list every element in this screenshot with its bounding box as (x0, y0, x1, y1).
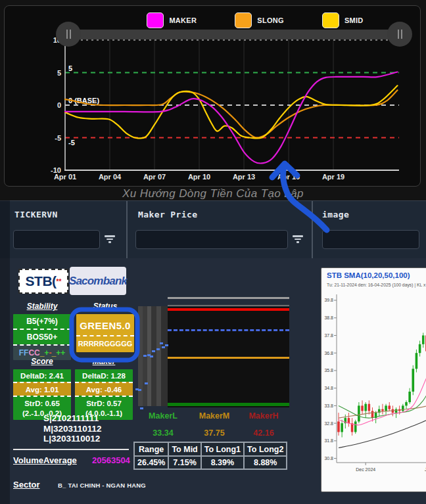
flow-chart-section: 1050-5-101050 (BASE)-5Apr 01Apr 04Apr 07… (0, 0, 426, 200)
price-dots (135, 294, 289, 411)
svg-text:Apr 07: Apr 07 (143, 173, 166, 181)
stability-group: Stability B5(+7%) BOS50+ FFCC_+-_++ (13, 302, 71, 360)
ticker-symbol-box[interactable]: STB(** (18, 269, 68, 294)
brand-name: Sacombank (69, 275, 127, 288)
status-title: Status (76, 302, 134, 311)
slider-handle-left[interactable] (56, 22, 81, 47)
svg-text:0: 0 (57, 101, 61, 109)
maker-deltad: DeltaD: 1.28 (75, 369, 133, 382)
stat-header: To Mid (168, 442, 201, 456)
column-header-maker-price[interactable]: Maker Price (138, 210, 198, 219)
svg-text:38.8: 38.8 (324, 315, 333, 320)
candlestick-title: STB SMA(10,20,50,100) (327, 271, 410, 279)
sml-codes: S|2102111111 M|3203110112 L|3203110012 (43, 413, 102, 444)
svg-text:Apr 10: Apr 10 (188, 173, 210, 181)
dashboard-page: 1050-5-101050 (BASE)-5Apr 01Apr 04Apr 07… (0, 0, 426, 504)
maker-strd: StrD: 0.57 (75, 396, 133, 409)
stability-badge: B5(+7%) (13, 314, 71, 329)
maker-title: Maker (75, 357, 133, 366)
status-grade-badge: GREEN5.0 (76, 314, 134, 335)
stat-header: To Long1 (201, 442, 244, 456)
divider (13, 449, 129, 450)
score-group: Score DeltaD: 2.41 Avg: 1.01 StrD: 0.65 … (13, 357, 71, 420)
svg-text:31.8: 31.8 (324, 438, 333, 443)
status-group: Status GREEN5.0 RRRRRGGGGG (76, 302, 134, 352)
maker-levels-chart (135, 294, 289, 411)
stability-badge: BOS50+ (13, 329, 71, 344)
filter-input-maker-price[interactable] (135, 230, 288, 249)
makerl-label: MakerL (135, 411, 191, 421)
svg-text:5: 5 (57, 69, 61, 77)
svg-text:32.8: 32.8 (324, 421, 333, 426)
score-title: Score (13, 357, 71, 366)
filter-funnel-icon[interactable] (292, 235, 304, 244)
svg-text:Apr 16: Apr 16 (277, 173, 300, 181)
svg-text:34.8: 34.8 (324, 386, 333, 390)
ticker-symbol-flag: ** (57, 278, 62, 285)
svg-text:-5: -5 (55, 134, 61, 142)
column-header-tickervn[interactable]: TICKERVN (14, 210, 58, 219)
flow-chart-caption: Xu Hướng Dòng Tiền Của Tạo Lập (0, 187, 426, 200)
stat-value: 26.45% (134, 456, 168, 469)
maker-group: Maker DeltaD: 1.28 Avg: -0.46 StrD: 0.57… (75, 357, 133, 420)
filter-input-tickervn[interactable] (13, 230, 100, 249)
score-avg: Avg: 1.01 (13, 382, 71, 396)
svg-text:39.8: 39.8 (324, 298, 333, 302)
stat-header: Range (134, 442, 168, 456)
slider-track[interactable] (64, 30, 404, 39)
svg-text:37.8: 37.8 (324, 333, 333, 338)
makerl-value: 33.34 (135, 428, 191, 438)
svg-text:Dec 2024: Dec 2024 (356, 467, 375, 472)
stat-value: 8.39% (201, 456, 244, 469)
filter-input-image[interactable] (322, 230, 419, 249)
makerh-label: MakerH (235, 411, 292, 421)
stat-value: 7.15% (168, 456, 201, 469)
left-gutter (0, 200, 10, 504)
slider-handle-right[interactable] (387, 22, 412, 47)
date-range-slider (56, 22, 412, 47)
brand-logo: Sacombank (70, 267, 126, 295)
svg-text:5: 5 (68, 64, 72, 72)
svg-text:35.8: 35.8 (324, 368, 333, 373)
svg-text:Apr 19: Apr 19 (322, 173, 344, 181)
svg-text:-5: -5 (68, 139, 75, 147)
svg-text:33.8: 33.8 (324, 403, 333, 408)
ticker-detail-row: STB(** Sacombank Stability B5(+7%) BOS50… (0, 258, 426, 504)
svg-text:30.8: 30.8 (324, 456, 333, 461)
filter-funnel-icon[interactable] (104, 235, 116, 244)
grid-header: TICKERVN Maker Price image (0, 200, 426, 259)
column-separator (126, 201, 128, 259)
maker-avg: Avg: -0.46 (75, 382, 133, 396)
candlestick-chart: 39.838.837.836.835.834.833.832.831.830.8… (321, 289, 426, 486)
sector-value: B_ TAI CHINH - NGAN HANG (58, 482, 146, 489)
volume-average-label[interactable]: VolumeAverage (13, 455, 77, 465)
stat-header: To Long2 (244, 442, 287, 456)
flow-chart-panel: 1050-5-101050 (BASE)-5Apr 01Apr 04Apr 07… (4, 5, 421, 187)
column-header-image[interactable]: image (322, 210, 349, 219)
range-stats-table: Range To Mid To Long1 To Long2 26.45% 7.… (133, 442, 287, 470)
ticker-symbol: STB( (26, 273, 57, 289)
svg-text:36.8: 36.8 (324, 351, 333, 355)
svg-text:Apr 01: Apr 01 (54, 173, 76, 181)
stability-title: Stability (13, 302, 71, 311)
makerh-value: 42.16 (235, 428, 292, 438)
makerm-label: MakerM (186, 411, 243, 421)
svg-text:Apr 13: Apr 13 (233, 173, 255, 181)
sector-label[interactable]: Sector (13, 480, 39, 490)
stat-value: 8.88% (244, 456, 287, 469)
candlestick-subtitle: Tu: 21-11-2024 den: 16-04-2025 (100 days… (327, 283, 426, 287)
volume-average-value: 20563504 (92, 455, 130, 465)
column-separator (312, 201, 313, 259)
status-pattern: RRRRRGGGGG (76, 335, 134, 352)
candlestick-panel[interactable]: STB SMA(10,20,50,100) Tu: 21-11-2024 den… (321, 267, 426, 492)
makerm-value: 37.75 (186, 428, 243, 438)
score-deltad: DeltaD: 2.41 (13, 369, 71, 382)
score-strd: StrD: 0.65 (13, 396, 71, 409)
svg-text:Apr 04: Apr 04 (99, 173, 122, 181)
